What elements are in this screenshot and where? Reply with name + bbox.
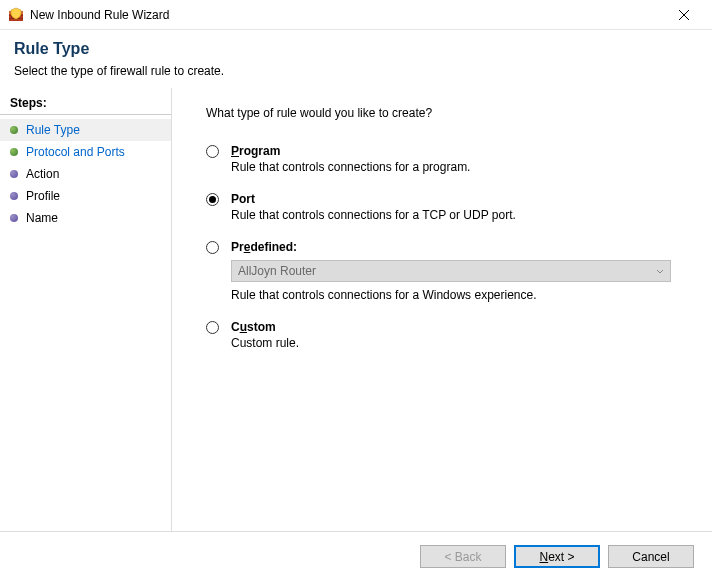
chevron-down-icon [656,265,664,279]
radio-port[interactable] [206,193,219,206]
step-label: Action [26,167,59,181]
step-bullet-icon [10,126,18,134]
radio-predefined[interactable] [206,241,219,254]
option-custom-desc: Custom rule. [231,336,688,350]
step-bullet-icon [10,214,18,222]
combo-value: AllJoyn Router [238,264,316,278]
firewall-icon [8,7,24,23]
main-panel: What type of rule would you like to crea… [172,88,712,581]
option-program-desc: Rule that controls connections for a pro… [231,160,688,174]
step-label: Protocol and Ports [26,145,125,159]
step-label: Rule Type [26,123,80,137]
question-text: What type of rule would you like to crea… [206,106,688,120]
steps-heading: Steps: [0,96,171,115]
step-name[interactable]: Name [0,207,171,229]
step-rule-type[interactable]: Rule Type [0,119,171,141]
option-program-label[interactable]: Program [231,144,280,158]
step-label: Name [26,211,58,225]
step-label: Profile [26,189,60,203]
close-button[interactable] [664,1,704,29]
step-protocol-and-ports[interactable]: Protocol and Ports [0,141,171,163]
step-bullet-icon [10,170,18,178]
option-predefined: Predefined: AllJoyn Router Rule that con… [206,240,688,302]
steps-sidebar: Steps: Rule Type Protocol and Ports Acti… [0,88,172,581]
step-action[interactable]: Action [0,163,171,185]
step-bullet-icon [10,148,18,156]
option-custom-label[interactable]: Custom [231,320,276,334]
step-bullet-icon [10,192,18,200]
page-subtitle: Select the type of firewall rule to crea… [14,64,698,78]
next-button[interactable]: Next > [514,545,600,568]
radio-program[interactable] [206,145,219,158]
option-port-desc: Rule that controls connections for a TCP… [231,208,688,222]
predefined-combo: AllJoyn Router [231,260,671,282]
titlebar: New Inbound Rule Wizard [0,0,712,30]
close-icon [679,10,689,20]
back-button: < Back [420,545,506,568]
option-predefined-desc: Rule that controls connections for a Win… [231,288,688,302]
wizard-footer: < Back Next > Cancel [0,531,712,581]
window-title: New Inbound Rule Wizard [30,8,664,22]
option-predefined-label[interactable]: Predefined: [231,240,297,254]
page-title: Rule Type [14,40,698,58]
option-program: Program Rule that controls connections f… [206,144,688,174]
option-port: Port Rule that controls connections for … [206,192,688,222]
step-profile[interactable]: Profile [0,185,171,207]
option-custom: Custom Custom rule. [206,320,688,350]
radio-custom[interactable] [206,321,219,334]
cancel-button[interactable]: Cancel [608,545,694,568]
wizard-header: Rule Type Select the type of firewall ru… [0,30,712,88]
option-port-label[interactable]: Port [231,192,255,206]
